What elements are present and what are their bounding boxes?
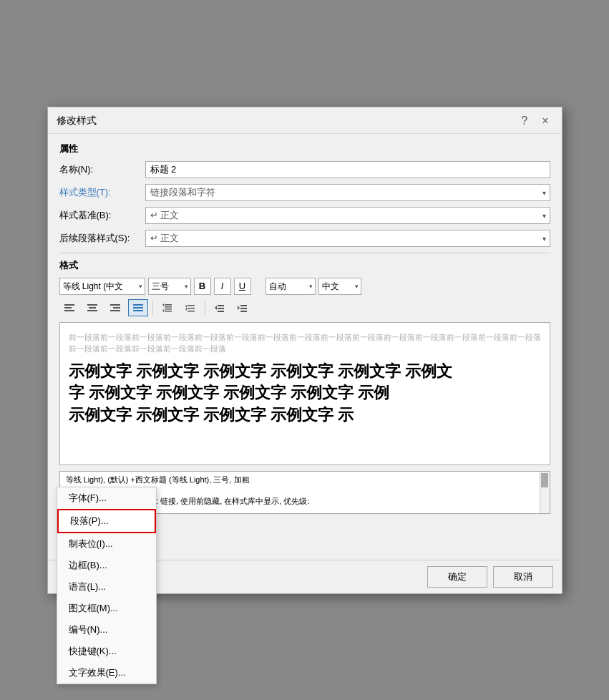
svg-rect-5 xyxy=(87,310,97,311)
context-menu: 字体(F)... 段落(P)... 制表位(I)... 边框(B)... 语言(… xyxy=(57,487,157,684)
align-center-button[interactable] xyxy=(82,299,102,316)
align-left-button[interactable] xyxy=(59,299,79,316)
format-section-title: 格式 xyxy=(59,259,550,272)
single-space-icon xyxy=(162,303,173,313)
reduce-space-icon xyxy=(185,303,196,313)
title-bar-controls: ? × xyxy=(517,113,552,129)
font-select-wrap: 等线 Light (中文 ▾ xyxy=(59,278,145,295)
title-bar: 修改样式 ? × xyxy=(48,107,562,134)
style-base-row: 样式基准(B): ↵ 正文 ▾ xyxy=(59,207,550,224)
reduce-space-button[interactable] xyxy=(180,299,200,316)
align-justify-button[interactable] xyxy=(128,299,148,316)
svg-rect-9 xyxy=(133,304,143,306)
desc-line1: 等线 Light), (默认) +西文标题 (等线 Light), 三号, 加粗 xyxy=(66,475,537,485)
style-base-select[interactable]: ↵ 正文 xyxy=(145,207,550,224)
svg-rect-13 xyxy=(165,306,172,308)
align-toolbar xyxy=(59,299,550,316)
svg-rect-12 xyxy=(165,304,172,306)
style-type-select-wrap: 链接段落和字符 ▾ xyxy=(145,184,550,201)
style-type-select[interactable]: 链接段落和字符 xyxy=(145,184,550,201)
svg-rect-14 xyxy=(165,308,172,310)
svg-rect-8 xyxy=(110,310,120,311)
bold-button[interactable]: B xyxy=(194,278,211,295)
align-divider1 xyxy=(152,301,153,315)
preview-prev-text: 前一段落前一段落前一段落前一段落前一段落前一段落前一段落前一段落前一段落前一段落… xyxy=(69,331,541,355)
context-paragraph[interactable]: 段落(P)... xyxy=(57,509,156,533)
name-label: 名称(N): xyxy=(59,163,145,176)
preview-line2: 字 示例文字 示例文字 示例文字 示例文字 示例 xyxy=(69,384,390,402)
svg-rect-23 xyxy=(218,305,224,306)
align-right-button[interactable] xyxy=(105,299,125,316)
svg-marker-21 xyxy=(185,305,187,308)
svg-rect-15 xyxy=(165,311,172,312)
context-text-effect[interactable]: 文字效果(E)... xyxy=(57,662,156,684)
modify-style-dialog: 修改样式 ? × 属性 名称(N): 样式类型(T): 链接段落和字符 ▾ 样式… xyxy=(47,107,562,594)
svg-rect-28 xyxy=(240,308,247,309)
align-center-icon xyxy=(87,303,98,313)
lang-select[interactable]: 中文 xyxy=(318,278,361,295)
svg-rect-18 xyxy=(187,305,195,306)
svg-marker-26 xyxy=(215,306,217,310)
size-select-wrap: 三号 ▾ xyxy=(148,278,191,295)
svg-rect-0 xyxy=(64,304,74,306)
context-border[interactable]: 边框(B)... xyxy=(57,555,156,576)
style-type-label: 样式类型(T): xyxy=(59,186,145,199)
following-label: 后续段落样式(S): xyxy=(59,232,145,245)
svg-rect-3 xyxy=(87,304,97,306)
indent-increase-button[interactable] xyxy=(233,299,253,316)
ok-button[interactable]: 确定 xyxy=(427,566,487,588)
desc-scroll-thumb xyxy=(541,473,548,487)
help-button[interactable]: ? xyxy=(517,113,532,129)
font-select[interactable]: 等线 Light (中文 xyxy=(59,278,145,295)
preview-line1: 示例文字 示例文字 示例文字 示例文字 示例文字 示例文 xyxy=(69,362,453,380)
name-row: 名称(N): xyxy=(59,161,550,178)
indent-decrease-button[interactable] xyxy=(210,299,230,316)
align-justify-icon xyxy=(132,303,144,313)
bottom-right-buttons: 确定 取消 xyxy=(427,566,553,588)
section-divider xyxy=(59,253,550,253)
context-numbering[interactable]: 编号(N)... xyxy=(57,619,156,641)
color-select-wrap: 自动 ▾ xyxy=(265,278,316,295)
svg-rect-4 xyxy=(89,307,96,308)
svg-rect-2 xyxy=(64,310,74,311)
svg-rect-19 xyxy=(187,308,195,309)
color-select[interactable]: 自动 xyxy=(265,278,316,295)
context-tabs[interactable]: 制表位(I)... xyxy=(57,533,156,555)
close-button[interactable]: × xyxy=(537,113,552,129)
italic-button[interactable]: I xyxy=(214,278,231,295)
context-font[interactable]: 字体(F)... xyxy=(57,487,156,509)
indent-decrease-icon xyxy=(214,303,225,313)
align-right-icon xyxy=(109,303,121,313)
context-language[interactable]: 语言(L)... xyxy=(57,576,156,598)
svg-rect-7 xyxy=(113,307,120,308)
name-input[interactable] xyxy=(145,161,550,178)
svg-rect-1 xyxy=(64,307,72,308)
following-select[interactable]: ↵ 正文 xyxy=(145,230,550,247)
style-base-label: 样式基准(B): xyxy=(59,209,145,222)
underline-button[interactable]: U xyxy=(234,278,251,295)
style-base-select-wrap: ↵ 正文 ▾ xyxy=(145,207,550,224)
format-toolbar: 等线 Light (中文 ▾ 三号 ▾ B I U 自动 ▾ 中 xyxy=(59,278,550,295)
following-style-row: 后续段落样式(S): ↵ 正文 ▾ xyxy=(59,230,550,247)
align-left-icon xyxy=(64,303,75,313)
context-frame[interactable]: 图文框(M)... xyxy=(57,598,156,619)
properties-section-title: 属性 xyxy=(59,142,550,155)
svg-rect-24 xyxy=(218,308,224,309)
preview-main-text: 示例文字 示例文字 示例文字 示例文字 示例文字 示例文 字 示例文字 示例文字… xyxy=(69,361,541,427)
svg-rect-10 xyxy=(133,307,143,308)
style-type-row: 样式类型(T): 链接段落和字符 ▾ xyxy=(59,184,550,201)
svg-marker-22 xyxy=(185,308,187,311)
svg-rect-29 xyxy=(240,311,247,312)
align-divider2 xyxy=(205,301,205,315)
desc-scrollbar[interactable] xyxy=(540,472,550,513)
following-select-wrap: ↵ 正文 ▾ xyxy=(145,230,550,247)
size-select[interactable]: 三号 xyxy=(148,278,191,295)
svg-marker-17 xyxy=(162,309,164,312)
svg-rect-20 xyxy=(187,311,195,312)
svg-rect-6 xyxy=(110,304,120,306)
single-space-button[interactable] xyxy=(157,299,177,316)
dialog-title: 修改样式 xyxy=(57,115,97,127)
cancel-button[interactable]: 取消 xyxy=(493,566,553,588)
context-shortcut[interactable]: 快捷键(K)... xyxy=(57,641,156,662)
svg-rect-25 xyxy=(218,311,224,312)
